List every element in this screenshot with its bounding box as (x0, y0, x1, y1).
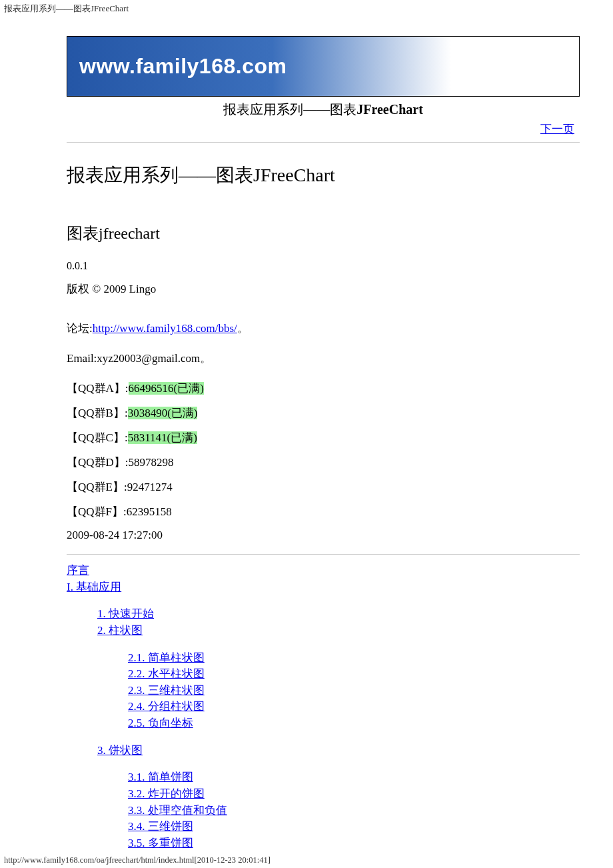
qq-group-label: 【QQ群F】: (67, 505, 127, 518)
toc-ch2-link[interactable]: 2. 柱状图 (97, 624, 143, 637)
qq-group-row: 【QQ群C】:5831141(已满) (67, 430, 580, 445)
qq-group-label: 【QQ群B】: (67, 407, 128, 419)
version: 0.0.1 (67, 260, 580, 272)
toc-sub-link[interactable]: 2.5. 负向坐标 (128, 717, 193, 729)
toc-divider (67, 554, 580, 555)
toc-ch3-subitems: 3.1. 简单饼图3.2. 炸开的饼图3.3. 处理空值和负值3.4. 三维饼图… (128, 769, 580, 851)
doc-title-prefix: 报表应用系列——图表 (223, 102, 356, 117)
qq-group-value: 3038490(已满) (128, 407, 198, 419)
forum-period: 。 (237, 322, 249, 335)
forum-label: 论坛: (67, 322, 93, 335)
toc-sub-link[interactable]: 2.3. 三维柱状图 (128, 684, 205, 697)
nav-top: 下一页 (67, 121, 580, 142)
forum-line: 论坛:http://www.family168.com/bbs/。 (67, 321, 580, 336)
qq-group-value: 5831141(已满) (128, 431, 197, 444)
timestamp: 2009-08-24 17:27:00 (67, 529, 580, 542)
copyright: 版权 © 2009 Lingo (67, 281, 580, 297)
toc-ch1-link[interactable]: 1. 快速开始 (97, 607, 154, 620)
toc-sub-link[interactable]: 3.5. 多重饼图 (128, 837, 193, 849)
toc-sub-link[interactable]: 3.4. 三维饼图 (128, 820, 193, 833)
toc-sub-link[interactable]: 3.1. 简单饼图 (128, 771, 193, 783)
content-section: 报表应用系列——图表JFreeChart 图表jfreechart 0.0.1 … (67, 143, 580, 852)
toc-sub-link[interactable]: 2.2. 水平柱状图 (128, 667, 205, 680)
main-title: 报表应用系列——图表JFreeChart (67, 163, 580, 188)
page-container: www.family168.com 报表应用系列——图表JFreeChart 下… (67, 36, 580, 852)
qq-group-row: 【QQ群F】:62395158 (67, 504, 580, 519)
qq-group-value: 66496516(已满) (129, 382, 204, 395)
toc-ch2-subitems: 2.1. 简单柱状图2.2. 水平柱状图2.3. 三维柱状图2.4. 分组柱状图… (128, 650, 580, 732)
qq-group-value: 62395158 (127, 505, 172, 518)
banner-site-url: www.family168.com (79, 54, 287, 79)
qq-group-label: 【QQ群A】: (67, 382, 129, 395)
qq-group-value: 92471274 (127, 481, 173, 493)
forum-link[interactable]: http://www.family168.com/bbs/ (93, 322, 237, 335)
toc-preface-link[interactable]: 序言 (67, 564, 89, 577)
next-page-link[interactable]: 下一页 (540, 123, 574, 135)
qq-group-row: 【QQ群E】:92471274 (67, 479, 580, 495)
qq-groups: 【QQ群A】:66496516(已满)【QQ群B】:3038490(已满)【QQ… (67, 381, 580, 519)
toc-sub-link[interactable]: 2.4. 分组柱状图 (128, 700, 205, 713)
qq-group-row: 【QQ群B】:3038490(已满) (67, 405, 580, 421)
toc-part1-link[interactable]: I. 基础应用 (67, 581, 121, 593)
qq-group-row: 【QQ群D】:58978298 (67, 455, 580, 470)
qq-group-label: 【QQ群E】: (67, 481, 127, 493)
qq-group-label: 【QQ群C】: (67, 431, 128, 444)
toc-ch3-link[interactable]: 3. 饼状图 (97, 744, 143, 757)
toc-sub-link[interactable]: 2.1. 简单柱状图 (128, 651, 205, 664)
toc-sub-link[interactable]: 3.3. 处理空值和负值 (128, 804, 227, 817)
doc-title-bar: 报表应用系列——图表JFreeChart (67, 97, 580, 121)
qq-group-row: 【QQ群A】:66496516(已满) (67, 381, 580, 396)
table-of-contents: 序言 I. 基础应用 1. 快速开始 2. 柱状图 2.1. 简单柱状图2.2.… (67, 563, 580, 852)
qq-group-value: 58978298 (129, 456, 174, 469)
sub-title: 图表jfreechart (67, 223, 580, 244)
toc-sub-link[interactable]: 3.2. 炸开的饼图 (128, 787, 205, 800)
qq-group-label: 【QQ群D】: (67, 456, 129, 469)
site-banner: www.family168.com (67, 36, 580, 97)
email-line: Email:xyz20003@gmail.com。 (67, 351, 580, 366)
footer-url: http://www.family168.com/oa/jfreechart/h… (4, 855, 271, 863)
browser-title: 报表应用系列——图表JFreeChart (0, 0, 613, 16)
doc-title-bold: JFreeChart (356, 102, 423, 117)
